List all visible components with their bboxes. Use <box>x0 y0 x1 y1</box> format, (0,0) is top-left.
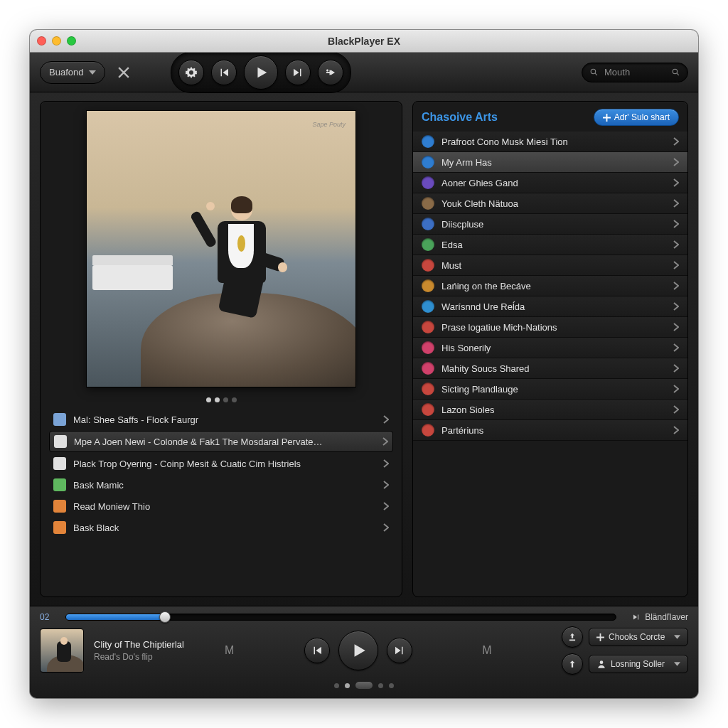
skip-next-icon <box>291 66 304 79</box>
chevron-right-icon <box>673 426 679 434</box>
output-select-2[interactable]: Losning Soller <box>589 655 688 673</box>
category-row[interactable]: Aoner Ghies Gand <box>413 173 687 193</box>
category-row[interactable]: Partériuns <box>413 420 687 441</box>
category-icon <box>422 279 434 292</box>
track-row[interactable]: Bask Mamic <box>49 475 393 495</box>
mini-album-art[interactable] <box>40 628 84 673</box>
progress-fill <box>66 614 165 620</box>
progress-knob[interactable] <box>159 611 171 623</box>
add-category-button[interactable]: Adr' Sulo shart <box>594 109 679 126</box>
category-row[interactable]: Sicting Plandlauge <box>413 379 687 400</box>
category-icon <box>422 300 434 313</box>
close-panel-button[interactable] <box>114 63 134 82</box>
track-row[interactable]: Mpe A Joen Newi - Colonde & Fak1 The Mos… <box>49 431 393 452</box>
category-label: Diiscpluse <box>441 219 483 230</box>
category-row[interactable]: Youk Cleth Nätuoa <box>413 193 687 214</box>
category-row[interactable]: Lańing on the Becáve <box>413 276 687 296</box>
category-icon <box>422 176 434 189</box>
user-icon <box>596 659 606 669</box>
category-icon <box>422 156 434 168</box>
category-row[interactable]: My Arm Has <box>413 152 687 173</box>
category-row[interactable]: Must <box>413 255 687 276</box>
now-playing-info: Clity of The Chiptierlal Read's Do's fli… <box>94 639 208 662</box>
category-row[interactable]: Warísnnd Ure Reĺda <box>413 296 687 317</box>
category-row[interactable]: Mahity Soucs Shared <box>413 358 687 379</box>
upload-button[interactable] <box>562 653 583 675</box>
skip-next-icon <box>632 613 641 621</box>
toolbar-prev-button[interactable] <box>211 60 237 85</box>
category-icon <box>422 259 434 272</box>
output-select-1[interactable]: Chooks Corcte <box>589 628 688 646</box>
track-row[interactable]: Plack Trop Oyering - Coinp Mesit & Cuati… <box>49 454 393 473</box>
chevron-down-icon <box>674 635 680 639</box>
search-field[interactable]: Mouth <box>582 63 688 82</box>
category-icon <box>422 424 434 437</box>
chevron-right-icon <box>383 459 389 468</box>
chevron-right-icon <box>673 323 679 331</box>
titlebar: BlackPlayer EX <box>30 30 698 53</box>
output-controls: Chooks Corcte Losning Soller <box>562 626 688 675</box>
toolbar-play-button[interactable] <box>244 55 278 90</box>
category-label: My Arm Has <box>441 157 492 168</box>
track-row[interactable]: Read Moniew Thio <box>49 496 393 516</box>
chevron-right-icon <box>673 282 679 290</box>
category-row[interactable]: Diiscpluse <box>413 214 687 235</box>
chevron-right-icon <box>673 178 679 187</box>
chevron-right-icon <box>673 240 679 249</box>
transport-controls <box>304 631 412 670</box>
settings-button[interactable] <box>178 60 204 85</box>
page-dot <box>389 683 394 688</box>
chevron-right-icon <box>383 481 389 489</box>
chevron-right-icon <box>673 343 679 352</box>
track-label: Plack Trop Oyering - Coinp Mesit & Cuati… <box>73 459 301 469</box>
toolbar: Buafond Mouth <box>30 53 698 92</box>
album-art-boat <box>92 265 173 290</box>
category-icon <box>422 362 434 375</box>
album-art-person <box>189 193 286 331</box>
next-button[interactable] <box>387 638 412 663</box>
add-category-label: Adr' Sulo shart <box>614 112 670 122</box>
prev-button[interactable] <box>304 638 330 663</box>
toolbar-add-button[interactable] <box>318 60 343 85</box>
album-watermark: Sape Pouty <box>312 121 346 128</box>
track-row[interactable]: Mal: Shee Saffs - Flock Faurgr <box>49 410 393 429</box>
page-dot <box>345 683 350 688</box>
track-label: Mal: Shee Saffs - Flock Faurgr <box>73 414 198 425</box>
track-row[interactable]: Bask Black <box>49 518 393 537</box>
menu-dropdown[interactable]: Buafond <box>40 61 105 84</box>
svg-point-2 <box>600 660 604 664</box>
page-dot <box>223 397 228 402</box>
toolbar-next-button[interactable] <box>285 60 311 85</box>
album-art[interactable]: Sape Pouty <box>86 110 356 387</box>
track-icon <box>54 435 67 448</box>
category-row[interactable]: Edsa <box>413 235 687 255</box>
chevron-right-icon <box>383 502 389 510</box>
progress-track[interactable] <box>65 614 616 621</box>
page-dot <box>215 397 220 402</box>
bottom-paginator[interactable] <box>40 679 688 690</box>
category-row[interactable]: His Sonerily <box>413 338 687 358</box>
category-row[interactable]: Lazon Sioles <box>413 400 687 420</box>
category-icon <box>422 403 434 416</box>
brand-badge: BländľIaver <box>632 612 688 622</box>
player-bar: 02 BländľIaver Clity of The Chiptierlal … <box>30 606 698 698</box>
category-icon <box>422 135 434 148</box>
categories-title: Chasoive Arts <box>422 111 498 124</box>
page-dot <box>334 683 339 688</box>
categories-panel: Chasoive Arts Adr' Sulo shart Prafroot C… <box>412 101 688 597</box>
mode-indicator-right: M <box>482 644 491 657</box>
category-row[interactable]: Prafroot Cono Musk Miesi Tion <box>413 132 687 152</box>
track-label: Bask Black <box>73 523 119 533</box>
upload-icon <box>567 632 577 642</box>
category-label: Partériuns <box>441 425 483 436</box>
category-row[interactable]: Prase logatiue Mich-Nations <box>413 317 687 338</box>
search-go-icon <box>671 68 680 77</box>
svg-point-1 <box>673 69 678 74</box>
share-button[interactable] <box>562 626 583 648</box>
search-placeholder: Mouth <box>604 67 630 77</box>
play-button[interactable] <box>338 631 378 670</box>
track-list: Mal: Shee Saffs - Flock FaurgrMpe A Joen… <box>49 410 393 537</box>
category-label: Aoner Ghies Gand <box>441 178 518 188</box>
album-paginator[interactable] <box>49 397 393 402</box>
category-label: Must <box>441 260 461 271</box>
